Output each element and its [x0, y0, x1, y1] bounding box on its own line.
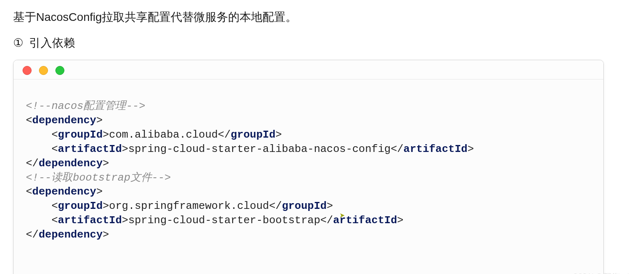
groupid-value: com.alibaba.cloud [109, 129, 218, 141]
minimize-icon[interactable] [39, 66, 48, 75]
code-comment: <!--读取bootstrap文件--> [26, 172, 171, 184]
window-titlebar [14, 60, 603, 79]
code-comment: <!--nacos配置管理--> [26, 100, 145, 112]
tag-groupid: groupId [58, 200, 103, 212]
zoom-icon[interactable] [55, 66, 64, 75]
tag-artifactid: artifactId [58, 143, 122, 155]
tag-artifactid-close: artifactId [404, 143, 468, 155]
intro-text: 基于NacosConfig拉取共享配置代替微服务的本地配置。 [13, 8, 631, 27]
tag-groupid-close: groupId [282, 200, 327, 212]
artifactid-value: spring-cloud-starter-alibaba-nacos-confi… [128, 143, 391, 155]
tag-artifactid-close: artifactId [333, 214, 397, 226]
tag-groupid-close: groupId [231, 129, 275, 141]
close-icon[interactable] [23, 66, 32, 75]
tag-dependency-close: dependency [39, 229, 103, 241]
artifactid-value: spring-cloud-starter-bootstrap [128, 214, 320, 226]
code-window: <!--nacos配置管理--> <dependency> <groupId>c… [13, 60, 604, 274]
tag-artifactid: artifactId [58, 214, 122, 226]
code-body: <!--nacos配置管理--> <dependency> <groupId>c… [14, 79, 603, 274]
step-heading: ①引入依赖 [13, 34, 631, 52]
tag-dependency-open: dependency [32, 186, 96, 198]
tag-groupid: groupId [58, 129, 103, 141]
step-title: 引入依赖 [29, 36, 75, 49]
tag-dependency-close: dependency [39, 157, 103, 170]
groupid-value: org.springframework.cloud [109, 200, 269, 212]
tag-dependency-open: dependency [32, 114, 96, 127]
step-number: ① [13, 34, 23, 52]
